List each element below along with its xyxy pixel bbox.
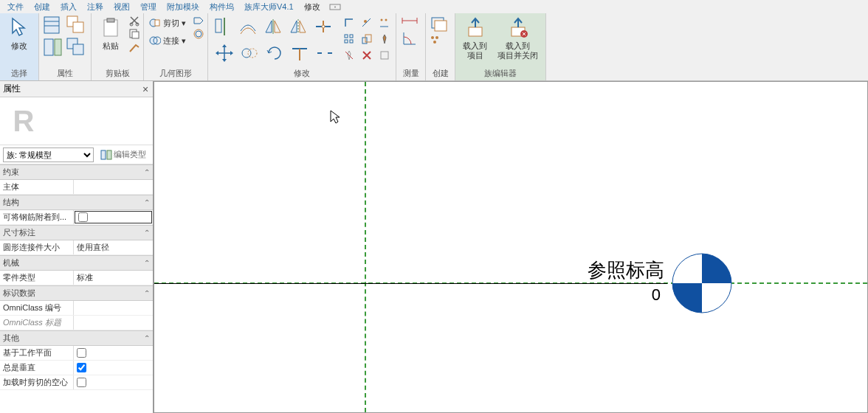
split-gap-icon[interactable] bbox=[313, 41, 337, 65]
tab-goujianwu[interactable]: 构件坞 bbox=[205, 0, 238, 14]
svg-rect-23 bbox=[216, 19, 221, 32]
delete-icon[interactable] bbox=[360, 49, 373, 62]
tab-create[interactable]: 创建 bbox=[30, 0, 55, 14]
geom-icon-2[interactable] bbox=[193, 28, 204, 40]
ribbon-panel-clipboard: 粘贴 剪贴板 bbox=[92, 13, 144, 80]
svg-rect-6 bbox=[55, 39, 61, 55]
aligned-dim-icon[interactable] bbox=[399, 15, 420, 27]
cut-void-checkbox[interactable] bbox=[77, 378, 86, 387]
tab-insert[interactable]: 插入 bbox=[56, 0, 81, 14]
always-vert-checkbox[interactable] bbox=[77, 363, 86, 372]
edit-type-button[interactable]: 编辑类型 bbox=[97, 147, 150, 162]
level-elevation-value[interactable]: 0 bbox=[652, 285, 661, 305]
paste-button[interactable]: 粘贴 bbox=[94, 15, 127, 52]
unpin-icon[interactable] bbox=[342, 49, 356, 62]
pin-icon[interactable] bbox=[378, 32, 391, 46]
panel-title-geometry: 几何图形 bbox=[147, 66, 204, 80]
cut-geom-icon bbox=[149, 17, 161, 29]
prop-host[interactable]: 主体 bbox=[0, 180, 153, 195]
svg-rect-51 bbox=[435, 21, 447, 31]
properties-type-row: 族: 常规模型 编辑类型 bbox=[0, 145, 153, 164]
trim-extend-icon[interactable] bbox=[288, 41, 311, 65]
collapse-icon: ⌃ bbox=[144, 168, 150, 176]
section-structure[interactable]: 结构⌃ bbox=[0, 195, 153, 210]
tab-addins[interactable]: 附加模块 bbox=[162, 0, 204, 14]
trim-multi-icon[interactable] bbox=[378, 16, 391, 30]
array-icon[interactable] bbox=[342, 32, 356, 46]
family-type-selector[interactable]: 族: 常规模型 bbox=[3, 148, 94, 162]
trim-corner-icon[interactable] bbox=[342, 16, 356, 30]
load-project-icon bbox=[464, 16, 487, 40]
demolish-icon[interactable] bbox=[378, 49, 391, 62]
section-identity[interactable]: 标识数据⌃ bbox=[0, 285, 153, 301]
load-into-project-button[interactable]: 载入到 项目 bbox=[458, 15, 492, 62]
cut-icon[interactable] bbox=[128, 15, 140, 27]
copy-icon[interactable] bbox=[128, 28, 140, 40]
section-dimension[interactable]: 尺寸标注⌃ bbox=[0, 225, 153, 240]
prop-round-conn[interactable]: 圆形连接件大小使用直径 bbox=[0, 240, 153, 255]
mirror-axis-icon[interactable] bbox=[261, 15, 285, 38]
level-marker-icon[interactable] bbox=[672, 253, 731, 312]
ribbon-panel-modify: 修改 bbox=[208, 13, 396, 80]
tab-view[interactable]: 视图 bbox=[109, 0, 134, 14]
split-icon[interactable] bbox=[311, 15, 335, 38]
rebar-attach-checkbox[interactable] bbox=[78, 212, 88, 222]
drawing-canvas[interactable]: 参照标高 0 bbox=[154, 81, 868, 413]
close-icon[interactable]: × bbox=[140, 83, 151, 95]
svg-point-52 bbox=[431, 36, 434, 39]
tab-modify[interactable]: 修改 bbox=[300, 0, 325, 14]
prop-part-type[interactable]: 零件类型标准 bbox=[0, 271, 153, 285]
tab-annotate[interactable]: 注释 bbox=[83, 0, 108, 14]
align-icon[interactable] bbox=[211, 15, 235, 38]
scale-icon[interactable] bbox=[360, 32, 373, 46]
collapse-icon: ⌃ bbox=[144, 229, 150, 237]
project-browser-icon[interactable] bbox=[66, 37, 88, 58]
menubar: 文件 创建 插入 注释 视图 管理 附加模块 构件坞 族库大师V4.1 修改 bbox=[0, 0, 868, 13]
panel-title-modify: 修改 bbox=[211, 66, 393, 80]
mirror-draw-icon[interactable] bbox=[286, 15, 310, 38]
prop-always-vert[interactable]: 总是垂直 bbox=[0, 361, 153, 375]
properties-grid[interactable]: 约束⌃ 主体 结构⌃ 可将钢筋附着到... 尺寸标注⌃ 圆形连接件大小使用直径 … bbox=[0, 164, 153, 413]
modify-button[interactable]: 修改 bbox=[3, 15, 35, 52]
svg-rect-34 bbox=[350, 35, 353, 38]
section-other[interactable]: 其他⌃ bbox=[0, 330, 153, 346]
angular-dim-icon[interactable] bbox=[399, 28, 420, 49]
tab-zuku[interactable]: 族库大师V4.1 bbox=[240, 0, 298, 14]
prop-omni-title[interactable]: OmniClass 标题 bbox=[0, 316, 153, 330]
offset-icon[interactable] bbox=[236, 15, 260, 38]
svg-rect-16 bbox=[132, 32, 139, 38]
properties-icon[interactable] bbox=[42, 15, 64, 35]
prop-omni-num[interactable]: OmniClass 编号 bbox=[0, 301, 153, 316]
cut-geometry-button[interactable]: 剪切 ▾ bbox=[147, 15, 188, 31]
match-icon[interactable] bbox=[128, 41, 140, 53]
ribbon-panel-measure: 测量 bbox=[396, 13, 426, 80]
collapse-icon: ⌃ bbox=[144, 198, 150, 206]
level-name-label[interactable]: 参照标高 bbox=[588, 257, 664, 283]
create-similar-icon[interactable] bbox=[429, 15, 450, 32]
svg-point-30 bbox=[381, 19, 383, 21]
properties-title-label: 属性 bbox=[3, 83, 21, 95]
join-geometry-button[interactable]: 连接 ▾ bbox=[147, 32, 188, 49]
family-types-icon[interactable] bbox=[66, 15, 88, 35]
properties-header: R bbox=[0, 97, 153, 145]
rotate-icon[interactable] bbox=[263, 41, 286, 65]
arrow-cursor-icon bbox=[7, 16, 31, 40]
load-close-button[interactable]: 载入到 项目并关闭 bbox=[493, 15, 542, 62]
prop-workplane[interactable]: 基于工作平面 bbox=[0, 346, 153, 361]
trim-single-icon[interactable] bbox=[360, 16, 373, 30]
section-constraint[interactable]: 约束⌃ bbox=[0, 164, 153, 180]
move-icon[interactable] bbox=[213, 41, 236, 65]
section-mechanical[interactable]: 机械⌃ bbox=[0, 255, 153, 271]
tab-file[interactable]: 文件 bbox=[3, 0, 28, 14]
prop-cut-void[interactable]: 加载时剪切的空心 bbox=[0, 375, 153, 390]
copy-modify-icon[interactable] bbox=[238, 41, 261, 65]
overflow-icon[interactable] bbox=[329, 2, 342, 11]
geom-icon-1[interactable] bbox=[193, 15, 204, 27]
reference-plane-vertical[interactable] bbox=[365, 82, 366, 412]
type-properties-icon[interactable] bbox=[42, 37, 64, 58]
workplane-checkbox[interactable] bbox=[77, 348, 86, 358]
prop-rebar-attach[interactable]: 可将钢筋附着到... bbox=[0, 210, 153, 225]
create-group-icon[interactable] bbox=[429, 34, 450, 46]
tab-manage[interactable]: 管理 bbox=[136, 0, 161, 14]
level-line[interactable] bbox=[154, 283, 667, 284]
